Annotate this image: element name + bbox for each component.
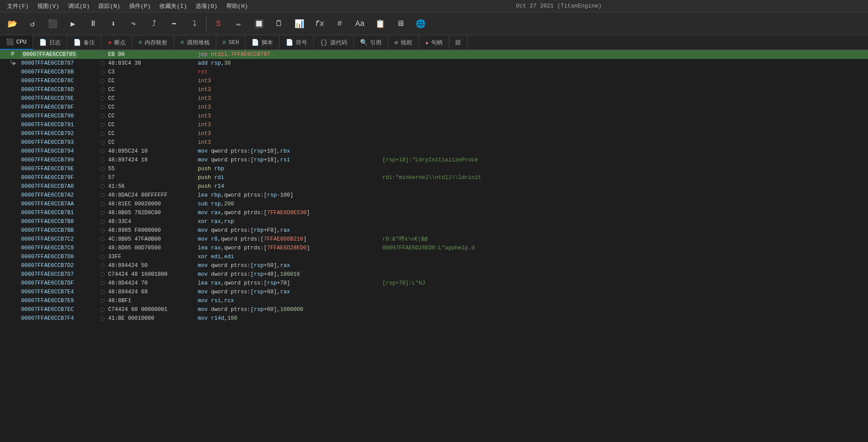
disasm-cell: int3 bbox=[194, 122, 379, 128]
address-cell: 00007FFAE6CCB78D bbox=[19, 87, 98, 93]
disasm-cell: xor rax,rsp bbox=[194, 219, 379, 225]
tb-run[interactable]: ▶ bbox=[63, 14, 83, 33]
hex-cell: 48:897424 18 bbox=[106, 157, 194, 163]
tb-breakpoint[interactable]: 🔲 bbox=[249, 14, 269, 33]
disasm-cell: jmp ntdll.7FFAE6CCB787 bbox=[194, 51, 379, 58]
address-cell: 00007FFAE6CCB7C2 bbox=[19, 236, 98, 242]
tb-step-over[interactable]: ↷ bbox=[124, 14, 143, 33]
table-row[interactable]: 00007FFAE6CCB7DF48:8D4424 70lea rax,qwor… bbox=[0, 279, 868, 288]
hex-cell: CC bbox=[106, 113, 194, 119]
table-row[interactable]: 00007FFAE6CCB7D7C74424 48 16001800mov dw… bbox=[0, 270, 868, 279]
table-row[interactable]: 00007FFAE6CCB78BC3ret bbox=[0, 68, 868, 77]
disasm-cell: mov qword ptrss:[rbp+F0],rax bbox=[194, 227, 379, 234]
table-row[interactable]: 00007FFAE6CCB7A248:8DAC24 00FFFFFFlea rb… bbox=[0, 191, 868, 200]
address-cell: 00007FFAE6CCB7E4 bbox=[19, 289, 98, 295]
disasm-cell: mov dword ptrss:[rsp+60],1000000 bbox=[194, 307, 379, 313]
tab-memory-map[interactable]: ≡ 内存映射 bbox=[132, 35, 174, 50]
table-row[interactable]: 00007FFAE6CCB7C24C:8B05 47FA0B00mov r8,q… bbox=[0, 235, 868, 244]
hex-cell: 57 bbox=[106, 175, 194, 181]
tb-highlight[interactable]: ✏ bbox=[229, 14, 248, 33]
table-row[interactable]: 00007FFAE6CCB78FCCint3 bbox=[0, 103, 868, 112]
tb-memory[interactable]: 🗒 bbox=[269, 14, 289, 33]
seh-icon: ≡ bbox=[222, 39, 226, 46]
table-row[interactable]: └▶00007FFAE6CCB78748:83C4 38add rsp,38 bbox=[0, 59, 868, 68]
tb-restart[interactable]: ↺ bbox=[23, 14, 42, 33]
table-row[interactable]: P00007FFAE6CCB785EB 00jmp ntdll.7FFAE6CC… bbox=[0, 50, 868, 59]
table-row[interactable]: 00007FFAE6CCB7ECC74424 60 00000001mov dw… bbox=[0, 305, 868, 314]
tb-execute[interactable]: ⤵ bbox=[185, 14, 204, 33]
bp-tab-icon: ● bbox=[108, 39, 111, 46]
table-row[interactable]: 00007FFAE6CCB79F57push rdirdi:"minkernel… bbox=[0, 173, 868, 182]
table-row[interactable]: 00007FFAE6CCB79E55push rbp bbox=[0, 164, 868, 173]
table-row[interactable]: 00007FFAE6CCB7B848:33C4xor rax,rsp bbox=[0, 217, 868, 226]
table-row[interactable]: 00007FFAE6CCB793CCint3 bbox=[0, 138, 868, 147]
row-dot bbox=[98, 140, 106, 145]
tab-source[interactable]: {} 源代码 bbox=[314, 35, 354, 50]
tab-callstack[interactable]: ≡ 调用堆栈 bbox=[174, 35, 216, 50]
disasm-cell: push rdi bbox=[194, 175, 379, 181]
table-row[interactable]: 00007FFAE6CCB7AA48:81EC 00020000sub rsp,… bbox=[0, 200, 868, 208]
menu-help[interactable]: 帮助(H) bbox=[223, 1, 251, 11]
tb-watch[interactable]: 📊 bbox=[290, 14, 309, 33]
tab-script[interactable]: 📄 脚本 bbox=[245, 35, 280, 50]
address-cell: 00007FFAE6CCB7D0 bbox=[19, 254, 98, 260]
hex-cell: 48:81EC 00020000 bbox=[106, 201, 194, 207]
table-row[interactable]: 00007FFAE6CCB7F441:BE 00010000mov r14d,1… bbox=[0, 314, 868, 323]
tab-ref[interactable]: 🔍 引用 bbox=[354, 35, 388, 50]
tb-stop[interactable]: ⬛ bbox=[43, 14, 62, 33]
address-cell: 00007FFAE6CCB787 bbox=[19, 60, 98, 66]
tab-trace[interactable]: 跟 bbox=[449, 35, 468, 50]
menu-file[interactable]: 文件(F) bbox=[4, 1, 32, 11]
tab-seh[interactable]: ≡ SEH bbox=[216, 35, 246, 50]
tb-hash[interactable]: # bbox=[330, 14, 349, 33]
tb-script[interactable]: S bbox=[209, 14, 228, 33]
tb-step-into[interactable]: ⬇ bbox=[104, 14, 123, 33]
table-row[interactable]: 00007FFAE6CCB78ECCint3 bbox=[0, 94, 868, 103]
table-row[interactable]: 00007FFAE6CCB7A041:56push r14 bbox=[0, 182, 868, 191]
table-row[interactable]: 00007FFAE6CCB7B148:8B05 782D0C00mov rax,… bbox=[0, 208, 868, 217]
table-row[interactable]: 00007FFAE6CCB78CCCint3 bbox=[0, 77, 868, 85]
menu-debug[interactable]: 调试(D) bbox=[65, 1, 93, 11]
table-row[interactable]: 00007FFAE6CCB79948:897424 18mov qword pt… bbox=[0, 156, 868, 164]
tb-fx[interactable]: fx bbox=[310, 14, 329, 33]
table-row[interactable]: 00007FFAE6CCB7BB48:8985 F0000000mov qwor… bbox=[0, 226, 868, 235]
tb-step-out[interactable]: ⤴ bbox=[144, 14, 163, 33]
tb-pause[interactable]: ⏸ bbox=[84, 14, 103, 33]
tab-handle[interactable]: ⬥ 句柄 bbox=[419, 35, 449, 50]
menu-trace[interactable]: 跟踪(N) bbox=[95, 1, 123, 11]
table-row[interactable]: 00007FFAE6CCB792CCint3 bbox=[0, 129, 868, 138]
tab-symbol[interactable]: 📄 符号 bbox=[280, 35, 314, 50]
table-row[interactable]: 00007FFAE6CCB7E948:8BF1mov rsi,rcx bbox=[0, 296, 868, 305]
hex-cell: CC bbox=[106, 122, 194, 128]
row-dot bbox=[98, 272, 106, 277]
tab-cpu[interactable]: ⬛ CPU bbox=[0, 35, 33, 50]
table-row[interactable]: 00007FFAE6CCB7D248:894424 50mov qword pt… bbox=[0, 261, 868, 270]
tb-font[interactable]: Aa bbox=[350, 14, 370, 33]
tab-breakpoint[interactable]: ● 断点 bbox=[102, 35, 132, 50]
tab-notes[interactable]: 📄 备注 bbox=[67, 35, 102, 50]
table-row[interactable]: 00007FFAE6CCB7D033FFxor edi,edi bbox=[0, 252, 868, 261]
table-row[interactable]: 00007FFAE6CCB7C948:8D05 00D70500lea rax,… bbox=[0, 244, 868, 252]
disasm-cell: mov qword ptrss:[rsp+10],rbx bbox=[194, 148, 379, 154]
table-row[interactable]: 00007FFAE6CCB79448:895C24 10mov qword pt… bbox=[0, 147, 868, 156]
menu-favorites[interactable]: 收藏夹(I) bbox=[156, 1, 190, 11]
disassembly-pane[interactable]: P00007FFAE6CCB785EB 00jmp ntdll.7FFAE6CC… bbox=[0, 50, 868, 442]
tb-calc[interactable]: 📋 bbox=[370, 14, 390, 33]
row-dot bbox=[98, 193, 106, 197]
menu-plugins[interactable]: 插件(P) bbox=[126, 1, 154, 11]
table-row[interactable]: 00007FFAE6CCB78DCCint3 bbox=[0, 85, 868, 94]
hex-cell: C74424 60 00000001 bbox=[106, 307, 194, 313]
table-row[interactable]: 00007FFAE6CCB790CCint3 bbox=[0, 112, 868, 121]
table-row[interactable]: 00007FFAE6CCB7E448:894424 68mov qword pt… bbox=[0, 288, 868, 296]
tb-run-to[interactable]: ➡ bbox=[164, 14, 184, 33]
menu-options[interactable]: 选项(O) bbox=[192, 1, 221, 11]
tb-internet[interactable]: 🌐 bbox=[411, 14, 430, 33]
table-row[interactable]: 00007FFAE6CCB791CCint3 bbox=[0, 121, 868, 129]
tab-thread[interactable]: ⇄ 线程 bbox=[388, 35, 418, 50]
address-cell: 00007FFAE6CCB785 bbox=[19, 51, 98, 58]
tb-open[interactable]: 📂 bbox=[3, 14, 22, 33]
tb-cpu-info[interactable]: 🖥 bbox=[391, 14, 410, 33]
address-cell: 00007FFAE6CCB7E9 bbox=[19, 298, 98, 304]
menu-view[interactable]: 视图(V) bbox=[34, 1, 62, 11]
tab-log[interactable]: 📄 日志 bbox=[33, 35, 67, 50]
